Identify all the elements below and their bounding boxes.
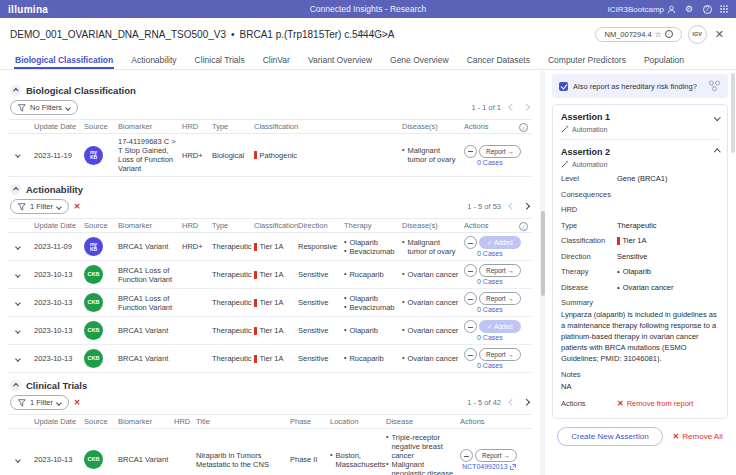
next-page-icon[interactable] (523, 399, 529, 405)
assertion-title: Assertion 2 (561, 147, 610, 157)
remove-row-button[interactable] (464, 292, 477, 305)
remove-all-label: Remove All (682, 432, 722, 441)
bullet-dot: • (402, 270, 404, 279)
assertion-2-header[interactable]: Assertion 2 (561, 147, 719, 157)
next-page-icon[interactable] (523, 203, 529, 209)
trial-id-link[interactable]: NCT04992013 (462, 463, 528, 470)
action-buttons: ✓ Added (464, 236, 528, 249)
scrollbar-thumb[interactable] (541, 211, 545, 296)
help-icon[interactable]: ? (702, 4, 712, 14)
cases-link[interactable]: 0 Cases (477, 159, 528, 166)
cases-link[interactable]: 0 Cases (477, 362, 528, 369)
cases-link[interactable]: 0 Cases (477, 278, 528, 285)
tab-clinvar[interactable]: ClinVar (254, 50, 299, 69)
column-header: Location (330, 417, 386, 426)
close-icon[interactable]: ✕ (713, 28, 726, 41)
source-badge-mykb: myKB (84, 237, 103, 256)
tab-variant-overview[interactable]: Variant Overview (299, 50, 381, 69)
tab-biological-classification[interactable]: Biological Classification (6, 50, 122, 69)
star-icon[interactable]: ☆ (655, 30, 662, 39)
collapse-section-button[interactable] (10, 85, 21, 96)
hereditary-risk-checkbox[interactable] (559, 82, 568, 91)
info-icon[interactable]: i (519, 222, 528, 231)
prev-page-icon[interactable] (509, 203, 515, 209)
row-expand-chevron[interactable] (15, 244, 20, 249)
direction: Responsive (298, 242, 344, 251)
tab-gene-overview[interactable]: Gene Overview (381, 50, 458, 69)
transcript-pill[interactable]: NM_007294.4 ☆ ◦ (595, 27, 681, 42)
actions-cell: Report →0 Cases (464, 348, 532, 369)
row-expand-chevron[interactable] (15, 328, 20, 333)
therapy-cell: •Olaparib•Bevacizumab (344, 294, 402, 312)
table-header-row: Update DateSourceBiomarkerHRDTypeClassif… (8, 218, 532, 233)
remove-all-button[interactable]: ✕ Remove All (673, 432, 723, 441)
filter-label: 1 Filter (30, 202, 53, 211)
tab-cancer-datasets[interactable]: Cancer Datasets (458, 50, 539, 69)
assertion-panel: Also report as hereditary risk finding? … (552, 71, 728, 475)
remove-from-report-button[interactable]: ✕ Remove from report (617, 399, 693, 408)
account-menu[interactable]: ICIR3Bootcamp (608, 5, 676, 14)
classification-cell: Tier 1A (254, 298, 298, 307)
field-label: HRD (561, 205, 617, 214)
row-expand-chevron[interactable] (15, 356, 20, 361)
collapse-section-button[interactable] (10, 380, 21, 391)
tab-actionability[interactable]: Actionability (122, 50, 185, 69)
filter-chip[interactable]: 1 Filter (10, 199, 69, 214)
cases-link[interactable]: 0 Cases (477, 250, 528, 257)
direction: Sensitive (298, 326, 344, 335)
igv-button[interactable]: IGV (688, 25, 707, 44)
tab-population[interactable]: Population (635, 50, 693, 69)
copy-icon[interactable]: ◦ (665, 30, 673, 38)
main-scrollbar[interactable] (540, 71, 545, 475)
remove-row-button[interactable] (464, 320, 477, 333)
create-new-assertion-button[interactable]: Create New Assertion (557, 427, 662, 446)
summary-text: Lynparza (olaparib) is included in guide… (561, 310, 719, 364)
tier-marker (617, 237, 620, 245)
added-button[interactable]: ✓ Added (479, 320, 521, 333)
tab-clinical-trials[interactable]: Clinical Trials (186, 50, 254, 69)
settings-gear-icon[interactable]: ⚙ (684, 4, 694, 14)
hrd-status: HRD+ (182, 151, 212, 160)
info-icon[interactable]: i (519, 123, 528, 132)
remove-row-button[interactable] (464, 236, 477, 249)
report-button[interactable]: Report → (479, 145, 521, 158)
report-button[interactable]: Report → (479, 264, 521, 277)
prev-page-icon[interactable] (509, 104, 515, 110)
report-button[interactable]: Report → (479, 348, 521, 361)
row-expand-chevron[interactable] (15, 152, 20, 157)
variant-type: Therapeutic (212, 326, 254, 335)
row-expand-chevron[interactable] (15, 300, 20, 305)
clear-filter-icon[interactable]: ✕ (74, 202, 81, 211)
field-value: Sensitive (617, 252, 647, 261)
assertion-1-header[interactable]: Assertion 1 (561, 112, 719, 122)
row-expand-chevron[interactable] (15, 457, 20, 462)
bullet-text: Rucaparib (349, 354, 383, 363)
clear-filter-icon[interactable]: ✕ (74, 398, 81, 407)
filter-chip[interactable]: No Filters (10, 100, 78, 115)
cases-link[interactable]: 0 Cases (477, 306, 528, 313)
prev-page-icon[interactable] (509, 399, 515, 405)
remove-row-button[interactable] (464, 145, 477, 158)
funnel-icon (18, 104, 26, 112)
remove-row-button[interactable] (460, 449, 473, 462)
next-page-icon[interactable] (523, 104, 529, 110)
panel-scrollbar[interactable] (731, 71, 735, 475)
tab-computer-predictors[interactable]: Computer Predictors (539, 50, 635, 69)
remove-row-button[interactable] (464, 348, 477, 361)
row-expand-chevron[interactable] (15, 272, 20, 277)
report-button[interactable]: Report → (479, 292, 521, 305)
column-header: Actions (460, 417, 532, 426)
cases-link[interactable]: 0 Cases (477, 334, 528, 341)
scrollbar-thumb[interactable] (731, 73, 735, 153)
drag-handle[interactable] (358, 31, 385, 35)
classification-text: Tier 1A (260, 354, 284, 363)
collapse-section-button[interactable] (10, 184, 21, 195)
added-button[interactable]: ✓ Added (479, 236, 521, 249)
remove-row-button[interactable] (464, 264, 477, 277)
filter-chip[interactable]: 1 Filter (10, 395, 69, 410)
source-badge-ckb: CKB (84, 265, 103, 284)
apps-grid-icon[interactable] (720, 5, 728, 13)
report-button[interactable]: Report → (475, 449, 517, 462)
diseases-cell: •Triple-receptor negative breast cancer•… (386, 433, 460, 475)
assertion-field: Consequences (561, 190, 719, 199)
